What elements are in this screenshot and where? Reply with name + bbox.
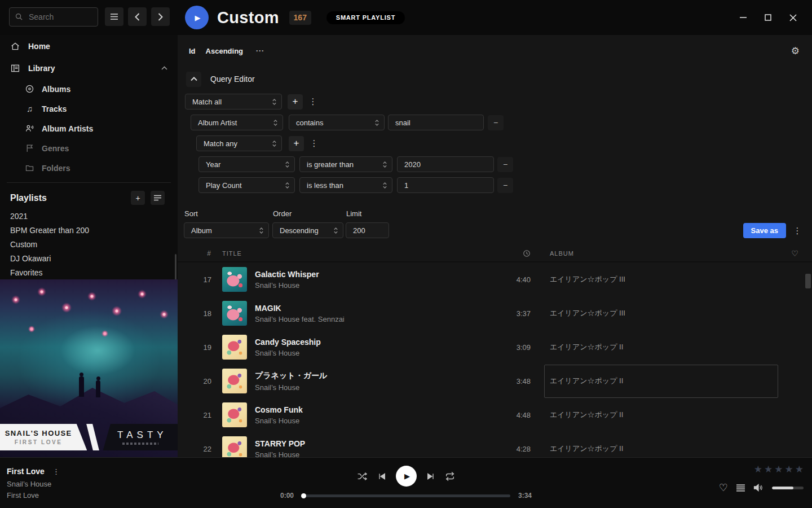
limit-input[interactable]	[346, 222, 389, 238]
select-caret-icon	[272, 98, 277, 106]
volume-button[interactable]	[753, 483, 764, 492]
sidebar-item-folders[interactable]: Folders	[0, 158, 178, 178]
column-header-duration[interactable]	[497, 249, 531, 257]
repeat-icon	[445, 471, 455, 481]
playlist-item[interactable]: Custom	[0, 237, 178, 251]
track-album-cell[interactable]: エイリアン☆ポップ II	[550, 410, 787, 420]
remove-rule-button[interactable]: −	[497, 178, 513, 193]
close-button[interactable]	[780, 6, 805, 29]
heart-icon: ♡	[719, 481, 728, 494]
back-button[interactable]	[128, 7, 147, 26]
collapse-query-editor-button[interactable]	[186, 72, 201, 87]
settings-button[interactable]: ⚙	[791, 45, 800, 57]
volume-slider[interactable]	[772, 487, 804, 489]
rule-field-select[interactable]: Album Artist	[191, 115, 283, 130]
star-icon[interactable]: ★	[795, 465, 804, 474]
maximize-button[interactable]	[756, 6, 780, 29]
queue-button[interactable]	[736, 484, 745, 492]
previous-track-button[interactable]	[377, 472, 386, 481]
track-title: Galactic Whisper	[255, 270, 497, 279]
menu-button[interactable]	[105, 7, 123, 26]
table-row[interactable]: 20 プラネット・ガール Snail’s House 3:48 エイリアン☆ポッ…	[178, 364, 812, 398]
query-options-button[interactable]: ⋮	[792, 223, 803, 238]
remove-rule-button[interactable]: −	[497, 157, 513, 172]
now-playing-cover[interactable]: SNAIL'S HOUSE FIRST LOVE TASTY	[0, 279, 178, 457]
shuffle-button[interactable]	[357, 472, 368, 481]
match-type-select[interactable]: Match all	[185, 94, 282, 110]
sidebar: Home Library Albums ♫ Tracks Album Artis…	[0, 35, 178, 457]
column-header-title[interactable]: TITLE	[222, 250, 497, 257]
repeat-button[interactable]	[445, 471, 455, 481]
table-row[interactable]: 17 Galactic Whisper Snail’s House 4:40 エ…	[178, 262, 812, 296]
rule-field-select[interactable]: Play Count	[198, 177, 295, 193]
sort-field-button[interactable]: Id	[189, 47, 196, 55]
select-caret-icon	[259, 227, 264, 234]
track-album-cell[interactable]: エイリアン☆ポップ III	[550, 308, 787, 318]
select-value: Descending	[280, 226, 319, 235]
more-options-button[interactable]: ⋯	[255, 46, 264, 56]
save-as-button[interactable]: Save as	[743, 223, 786, 238]
forward-button[interactable]	[151, 7, 170, 26]
app-window: ▶ Custom 167 SMART PLAYLIST Home Librar	[0, 0, 812, 508]
playlist-item[interactable]: BPM Greater than 200	[0, 223, 178, 237]
match-type-select[interactable]: Match any	[196, 135, 282, 151]
add-rule-button[interactable]: +	[288, 94, 303, 110]
playlist-list-button[interactable]	[151, 191, 165, 205]
search-input[interactable]	[9, 7, 98, 27]
sort-select[interactable]: Album	[184, 222, 269, 238]
sidebar-item-home[interactable]: Home	[0, 35, 178, 57]
playlist-item[interactable]: 2021	[0, 209, 178, 223]
next-track-button[interactable]	[426, 472, 435, 481]
sidebar-item-album-artists[interactable]: Album Artists	[0, 119, 178, 138]
minimize-button[interactable]	[731, 6, 756, 29]
table-row[interactable]: 18 MAGIK Snail’s House feat. Sennzai 3:3…	[178, 296, 812, 330]
rule-value-input[interactable]	[397, 177, 494, 193]
play-playlist-button[interactable]: ▶	[185, 6, 209, 29]
play-pause-button[interactable]: ▶	[396, 466, 417, 487]
add-rule-button[interactable]: +	[289, 136, 304, 151]
sidebar-item-albums[interactable]: Albums	[0, 79, 178, 99]
track-album-cell[interactable]: エイリアン☆ポップ II	[550, 342, 787, 352]
playlist-item[interactable]: DJ Okawari	[0, 251, 178, 265]
column-header-index[interactable]: #	[189, 249, 211, 257]
column-header-favorite[interactable]: ♡	[787, 249, 804, 258]
rule-operator-select[interactable]: contains	[289, 115, 385, 130]
track-album-cell[interactable]: エイリアン☆ポップ II	[550, 376, 787, 386]
remove-rule-button[interactable]: −	[488, 115, 504, 130]
track-number: 22	[189, 445, 211, 453]
rule-operator-select[interactable]: is greater than	[299, 156, 392, 172]
column-header-album[interactable]: ALBUM	[550, 250, 787, 257]
star-icon[interactable]: ★	[774, 465, 783, 474]
sort-direction-button[interactable]: Ascending	[206, 47, 243, 55]
track-list-scrollbar[interactable]	[805, 274, 811, 288]
table-row[interactable]: 19 Candy Spaceship Snail’s House 3:09 エイ…	[178, 330, 812, 364]
playlist-item[interactable]: Favorites	[0, 265, 178, 279]
now-playing-artist[interactable]: Snail’s House	[7, 480, 51, 488]
rule-field-select[interactable]: Year	[198, 156, 295, 172]
star-icon[interactable]: ★	[785, 465, 793, 474]
star-icon[interactable]: ★	[764, 465, 773, 474]
track-album-cell[interactable]: エイリアン☆ポップ II	[550, 444, 787, 454]
table-row[interactable]: 21 Cosmo Funk Snail’s House 4:48 エイリアン☆ポ…	[178, 398, 812, 432]
player-bar: First Love ⋮ Snail’s House First Love ▶ …	[0, 457, 812, 508]
rule-value-input[interactable]	[388, 115, 484, 130]
table-row[interactable]: 22 STARRY POP Snail’s House 4:28 エイリアン☆ポ…	[178, 432, 812, 457]
now-playing-title[interactable]: First Love	[7, 467, 45, 476]
sidebar-item-genres[interactable]: Genres	[0, 138, 178, 158]
favorite-button[interactable]: ♡	[719, 481, 728, 494]
rule-value-input[interactable]	[397, 156, 494, 172]
now-playing-options-button[interactable]: ⋮	[52, 467, 60, 476]
track-album-cell[interactable]: エイリアン☆ポップ III	[550, 274, 787, 284]
sidebar-item-tracks[interactable]: ♫ Tracks	[0, 99, 178, 119]
rule-operator-select[interactable]: is less than	[299, 177, 392, 193]
star-icon[interactable]: ★	[754, 465, 762, 474]
add-playlist-button[interactable]: +	[131, 191, 145, 205]
now-playing-album[interactable]: First Love	[7, 491, 39, 500]
track-title: MAGIK	[255, 304, 497, 313]
chevron-up-icon[interactable]	[161, 66, 167, 70]
seek-slider[interactable]	[302, 494, 510, 497]
sidebar-item-library[interactable]: Library	[0, 57, 178, 79]
order-select[interactable]: Descending	[272, 222, 343, 238]
group-options-button[interactable]: ⋮	[308, 138, 320, 148]
group-options-button[interactable]: ⋮	[307, 97, 319, 107]
